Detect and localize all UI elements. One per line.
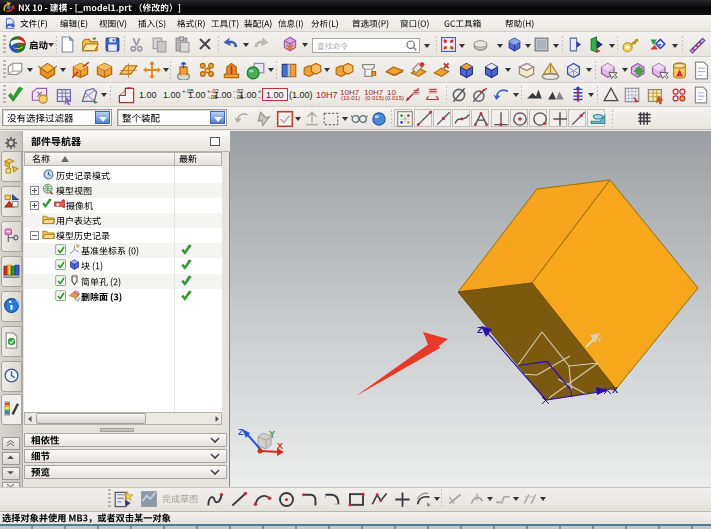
svg-text:Y: Y xyxy=(269,429,275,439)
svg-text:X: X xyxy=(612,385,618,395)
svg-text:X: X xyxy=(277,441,283,451)
svg-text:Z: Z xyxy=(238,427,244,437)
svg-text:Y: Y xyxy=(597,335,603,344)
svg-text:Z: Z xyxy=(477,325,483,335)
